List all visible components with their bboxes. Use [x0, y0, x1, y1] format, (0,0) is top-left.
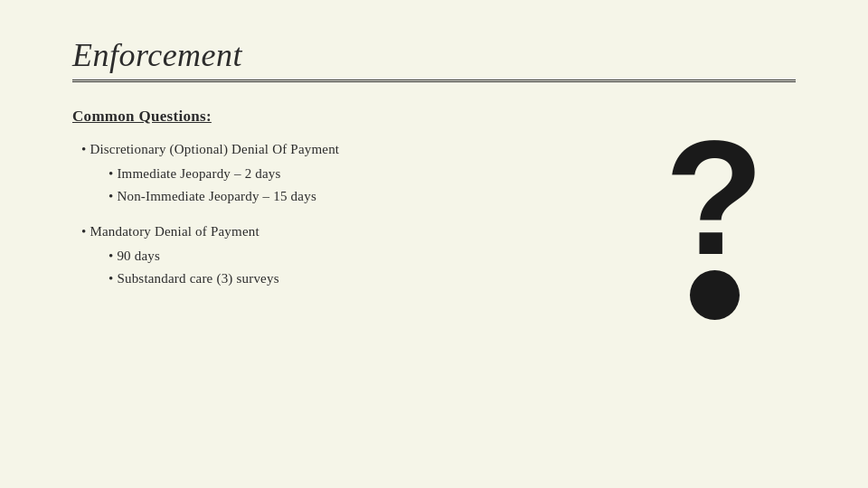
title-divider	[72, 80, 796, 82]
page-title: Enforcement	[72, 36, 796, 74]
question-dot	[690, 270, 740, 320]
bullet-item-1: • Discretionary (Optional) Denial Of Pay…	[72, 142, 597, 157]
bullet-item-1-1: • Immediate Jeopardy – 2 days	[72, 166, 597, 182]
bullet-item-2-1: • 90 days	[72, 249, 597, 264]
bullet-item-2-2: • Substandard care (3) surveys	[72, 271, 597, 286]
slide-container: Enforcement Common Questions: • Discreti…	[0, 0, 868, 488]
question-mark-symbol: ?	[665, 117, 764, 279]
question-mark-area: ?	[633, 108, 796, 320]
bullet-item-2: • Mandatory Denial of Payment	[72, 224, 597, 239]
bullet-group-1: • Discretionary (Optional) Denial Of Pay…	[72, 142, 597, 204]
bullet-section: Common Questions: • Discretionary (Optio…	[72, 108, 633, 306]
bullet-group-2: • Mandatory Denial of Payment • 90 days …	[72, 224, 597, 286]
bullet-item-1-2: • Non-Immediate Jeopardy – 15 days	[72, 189, 597, 204]
content-area: Common Questions: • Discretionary (Optio…	[72, 108, 796, 320]
section-heading: Common Questions:	[72, 108, 597, 126]
